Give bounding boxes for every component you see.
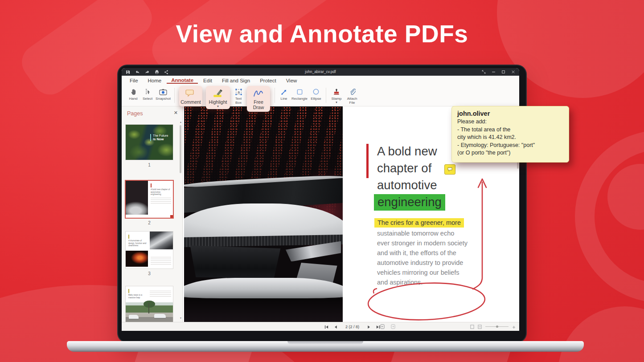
zoom-controls — [470, 322, 516, 331]
thumb1-caption: The Future is Now — [150, 134, 168, 141]
previous-page-icon[interactable] — [334, 323, 337, 331]
car-grille — [187, 245, 283, 279]
line-label: Line — [280, 97, 287, 101]
stamp-caret-icon[interactable]: ▾ — [336, 101, 337, 103]
doc-heading-line-4-green-highlight: engineering — [374, 194, 445, 211]
thumb4-caption: Baby steps to a massive leap — [128, 294, 148, 299]
text-box-tool-button[interactable]: a Text Box — [232, 87, 245, 105]
doc-paragraph-line: ever stronger in modern society — [377, 240, 468, 247]
select-tool-button[interactable]: Select — [140, 87, 155, 101]
previous-view-icon[interactable] — [380, 323, 385, 331]
page-title: View and Annotate PDFs — [0, 20, 644, 48]
sidebar-scroll-down-icon[interactable]: ▼ — [180, 317, 182, 319]
next-page-icon[interactable] — [367, 323, 371, 331]
page-thumbnail-1[interactable]: The Future is Now — [126, 125, 173, 160]
thumb4-cars-photo — [126, 302, 173, 322]
free-draw-tool-button[interactable]: Free Draw — [247, 86, 270, 112]
zoom-in-icon[interactable] — [512, 323, 516, 331]
note-line: - The total area of the — [457, 126, 563, 134]
thumb3-car-front-image — [150, 232, 173, 249]
menu-home[interactable]: Home — [144, 77, 166, 84]
comment-tool-button[interactable]: Comment — [179, 86, 202, 106]
share-icon[interactable] — [164, 70, 168, 74]
note-line: (or O porto "the port") — [457, 149, 563, 157]
last-page-icon[interactable] — [376, 323, 380, 331]
thumb3-caption: A triumvirate of design, function and cl… — [128, 240, 147, 247]
hand-icon — [130, 87, 137, 96]
minimize-icon[interactable] — [492, 70, 496, 74]
page-thumbnail-3[interactable]: A triumvirate of design, function and cl… — [126, 232, 173, 268]
zoom-slider-knob[interactable] — [496, 325, 498, 328]
undo-icon[interactable] — [135, 70, 140, 74]
page-navigation: 2 (2 / 8) — [324, 322, 380, 331]
highlight-label: Highlight — [209, 99, 227, 105]
print-icon[interactable] — [155, 70, 159, 74]
page-thumbnail-2-selected[interactable]: A bold new chapter of automotive enginee… — [126, 181, 173, 218]
next-view-icon[interactable] — [391, 323, 395, 331]
heading-red-bar — [366, 144, 369, 178]
pages-close-icon[interactable]: ✕ — [174, 110, 178, 116]
thumb3-page: A triumvirate of design, function and cl… — [126, 232, 173, 268]
thumb4-white-car-right — [154, 314, 166, 318]
ellipse-tool-button[interactable]: Ellipse — [309, 87, 323, 101]
laptop-base-notch — [287, 341, 363, 344]
attach-file-tool-button[interactable]: Attach File — [344, 87, 360, 105]
stamp-label: Stamp — [331, 97, 341, 101]
expand-icon[interactable] — [482, 70, 486, 74]
menu-protect[interactable]: Protect — [255, 77, 280, 84]
doc-paragraph-line: sustainable tomorrow echo — [377, 230, 454, 237]
select-label: Select — [143, 97, 152, 101]
page-thumbnail-4[interactable]: Baby steps to a massive leap — [126, 286, 173, 322]
thumb3-caption-block: A triumvirate of design, function and cl… — [128, 235, 147, 247]
hand-tool-button[interactable]: Hand — [126, 87, 140, 101]
doc-heading-line-3: automotive — [377, 178, 437, 192]
hand-label: Hand — [129, 97, 137, 101]
menu-bar: File Home Annotate Edit Fill and Sign Pr… — [122, 76, 519, 85]
laptop-base — [67, 341, 584, 352]
text-box-icon: a — [235, 87, 242, 96]
doc-paragraph-line: and aspirations. — [377, 279, 422, 286]
fit-page-icon[interactable] — [470, 323, 474, 331]
rectangle-tool-button[interactable]: Rectangle — [290, 87, 309, 101]
line-tool-button[interactable]: Line — [278, 87, 290, 101]
thumb4-paragraph-lines — [150, 289, 171, 298]
ellipse-label: Ellipse — [311, 97, 321, 101]
svg-text:a: a — [238, 89, 240, 94]
sidebar-scrollbar-thumb[interactable] — [180, 125, 181, 173]
zoom-slider[interactable] — [485, 326, 509, 327]
titlebar-left-actions — [126, 68, 168, 76]
hand-drawn-arrow-head — [478, 179, 486, 187]
titlebar-window-controls — [482, 68, 515, 76]
comment-note-popup[interactable]: john.oliver Please add: - The total area… — [451, 106, 569, 163]
free-draw-label: Free Draw — [248, 99, 269, 110]
fit-width-icon[interactable] — [478, 323, 482, 331]
maximize-icon[interactable] — [501, 70, 505, 74]
thumb2-car-image — [126, 181, 148, 215]
page-number-1: 1 — [126, 163, 173, 167]
menu-fill-and-sign[interactable]: Fill and Sign — [217, 77, 254, 84]
menu-view[interactable]: View — [282, 77, 302, 84]
close-icon[interactable] — [511, 70, 515, 74]
thumb4-tree-trunk — [148, 303, 149, 313]
inline-comment-marker[interactable] — [444, 164, 455, 175]
highlight-caret-icon[interactable]: ▾ — [217, 105, 219, 107]
redo-icon[interactable] — [145, 70, 150, 74]
snapshot-label: Snapshot — [156, 97, 171, 101]
highlight-tool-button[interactable]: Highlight ▾ — [206, 86, 230, 109]
bg-circle-bottom-right — [558, 306, 644, 362]
thumb1-forest-image: The Future is Now — [126, 125, 173, 160]
sidebar-scrollbar[interactable] — [179, 120, 181, 316]
page-indicator: 2 (2 / 8) — [345, 325, 359, 329]
menu-file[interactable]: File — [125, 77, 143, 84]
snapshot-tool-button[interactable]: Snapshot — [155, 87, 172, 101]
ellipse-icon — [312, 87, 320, 96]
view-history-controls — [380, 322, 395, 331]
doc-heading-line-2: chapter of — [377, 161, 431, 175]
first-page-icon[interactable] — [324, 323, 328, 331]
stamp-tool-button[interactable]: Stamp ▾ — [329, 87, 344, 103]
save-icon[interactable] — [126, 70, 130, 74]
menu-edit[interactable]: Edit — [199, 77, 217, 84]
page-number-2: 2 — [126, 220, 173, 225]
toolbar-separator — [174, 88, 175, 103]
menu-annotate[interactable]: Annotate — [167, 77, 198, 84]
